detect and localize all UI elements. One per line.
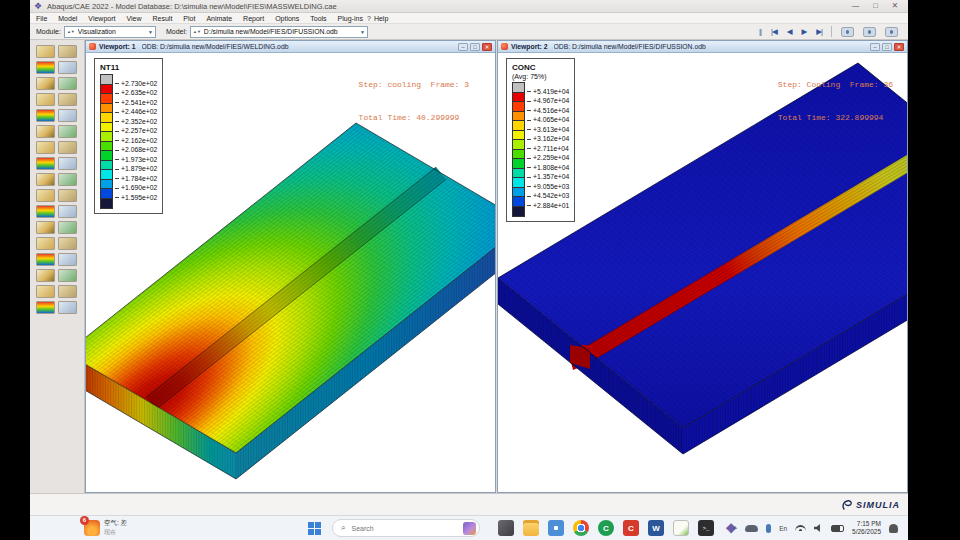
camera-icon[interactable]	[863, 27, 876, 37]
wifi-icon[interactable]	[795, 525, 806, 531]
spinner-icon[interactable]: ▲▼	[67, 30, 75, 33]
query-information-tool[interactable]	[36, 221, 55, 234]
next-frame-icon[interactable]: ▶	[802, 27, 807, 37]
plot-symbols-tool[interactable]	[36, 93, 55, 106]
menu-item[interactable]: File	[36, 15, 47, 22]
viewport-2-titlebar[interactable]: Viewport: 2 ODB: D:/simulia new/Model/FI…	[498, 41, 907, 53]
temperature-contour-plot[interactable]: NT11 +2.730e+02+2.635e+02+2.541e+02+2.44…	[86, 53, 495, 492]
operate-on-xy-data-tool[interactable]	[36, 253, 55, 266]
xy-plot-options-tool[interactable]	[58, 237, 77, 250]
last-frame-icon[interactable]: ▶|	[816, 27, 822, 37]
concentration-contour-plot[interactable]: CONC (Avg: 75%) +5.419e+04+4.967e+04+4.5…	[498, 53, 907, 492]
viewport-minimize-button[interactable]: –	[458, 43, 468, 51]
history-options-tool[interactable]	[58, 141, 77, 154]
spinner-icon[interactable]: ▲▼	[193, 30, 201, 33]
previous-frame-icon[interactable]: ◀	[787, 27, 792, 37]
camtasia-recorder-icon[interactable]: C	[623, 520, 639, 536]
animate-scale-factor-tool[interactable]	[36, 125, 55, 138]
file-explorer-icon[interactable]	[523, 520, 539, 536]
stream-plot-options-tool[interactable]	[58, 301, 77, 314]
movie-options-tool[interactable]	[58, 157, 77, 170]
chevron-down-icon[interactable]: ▼	[148, 29, 153, 35]
terminal-icon[interactable]: >_	[698, 520, 714, 536]
legend-color-swatch	[101, 104, 112, 114]
menu-item[interactable]: Report	[243, 15, 264, 22]
viewport-close-button[interactable]: ✕	[894, 43, 904, 51]
start-button[interactable]	[308, 522, 321, 535]
symbol-options-tool[interactable]	[58, 93, 77, 106]
free-body-cut-tool[interactable]	[36, 301, 55, 314]
viewport-minimize-button[interactable]: –	[870, 43, 880, 51]
viewport-icon	[89, 43, 96, 50]
search-input[interactable]	[349, 524, 459, 533]
plot-undeformed-shape-tool[interactable]	[36, 45, 55, 58]
menu-item[interactable]: Tools	[310, 15, 326, 22]
menu-item[interactable]: Model	[58, 15, 77, 22]
weather-widget[interactable]: 6 空气: 差 现在	[84, 519, 127, 537]
notification-bell-icon[interactable]	[889, 524, 898, 533]
close-button[interactable]: ✕	[892, 1, 898, 11]
plot-contours-tool[interactable]	[36, 77, 55, 90]
language-indicator-icon[interactable]: En	[779, 525, 787, 532]
menu-item[interactable]: Animate	[206, 15, 232, 22]
settings-icon[interactable]	[548, 520, 564, 536]
animate-harmonic-tool[interactable]	[36, 157, 55, 170]
menu-item[interactable]: Plot	[183, 15, 195, 22]
create-xy-data-tool[interactable]	[36, 237, 55, 250]
viewport-restore-button[interactable]: □	[882, 43, 892, 51]
task-view-icon[interactable]	[498, 520, 514, 536]
first-frame-icon[interactable]: |◀	[771, 27, 777, 37]
menu-item[interactable]: Help	[374, 15, 388, 22]
clock[interactable]: 7:15 PM 5/26/2025	[852, 520, 881, 536]
animation-options-tool[interactable]	[58, 125, 77, 138]
chevron-down-icon[interactable]: ▼	[360, 29, 365, 35]
xy-data-manager-tool[interactable]	[58, 253, 77, 266]
probe-values-tool[interactable]	[58, 221, 77, 234]
common-plot-options-tool[interactable]	[58, 45, 77, 58]
word-icon[interactable]: W	[648, 520, 664, 536]
animate-time-history-tool[interactable]	[36, 141, 55, 154]
display-group-manager-tool[interactable]	[58, 189, 77, 202]
battery-icon[interactable]	[831, 525, 844, 532]
path-manager-tool[interactable]	[58, 285, 77, 298]
menu-item[interactable]: Viewport	[88, 15, 115, 22]
menu-item[interactable]: Result	[153, 15, 173, 22]
text-editor-icon[interactable]	[673, 520, 689, 536]
context-help-icon[interactable]: ?	[367, 15, 371, 22]
menu-item[interactable]: View	[126, 15, 141, 22]
chrome-icon[interactable]	[573, 520, 589, 536]
legend-tick-label: +1.690e+02	[115, 183, 157, 193]
contour-options-tool[interactable]	[58, 77, 77, 90]
menu-item[interactable]: Options	[275, 15, 299, 22]
module-combo[interactable]: ▲▼ Visualization ▼	[64, 26, 156, 38]
allow-multiple-plot-states-tool[interactable]	[36, 173, 55, 186]
pause-icon[interactable]: ||	[759, 27, 761, 37]
viewport-close-button[interactable]: ✕	[482, 43, 492, 51]
view-cut-manager-tool[interactable]	[58, 269, 77, 282]
viewport-restore-button[interactable]: □	[470, 43, 480, 51]
superimpose-options-tool[interactable]	[58, 61, 77, 74]
color-code-dialog-tool[interactable]	[36, 205, 55, 218]
film-strip-icon[interactable]	[841, 27, 854, 37]
microphone-icon[interactable]	[766, 524, 771, 533]
video-camera-icon[interactable]	[885, 27, 898, 37]
activate-view-cut-tool[interactable]	[36, 269, 55, 282]
hidden-icons-chevron-icon[interactable]: ^	[733, 524, 737, 533]
maximize-button[interactable]: □	[873, 1, 878, 11]
taskbar-search[interactable]: ⌕	[332, 519, 480, 537]
volume-icon[interactable]	[814, 524, 823, 533]
viewport-1-titlebar[interactable]: Viewport: 1 ODB: D:/simulia new/Model/FI…	[86, 41, 495, 53]
plot-deformed-shape-tool[interactable]	[36, 61, 55, 74]
multiple-states-options-tool[interactable]	[58, 173, 77, 186]
minimize-button[interactable]: —	[852, 1, 860, 11]
create-display-group-tool[interactable]	[36, 189, 55, 202]
plot-material-orientations-tool[interactable]	[36, 109, 55, 122]
menu-item[interactable]: Plug-ins	[338, 15, 363, 22]
camtasia-icon[interactable]: C	[598, 520, 614, 536]
orientation-options-tool[interactable]	[58, 109, 77, 122]
legend-options-tool[interactable]	[58, 205, 77, 218]
search-highlight-image[interactable]	[463, 522, 476, 535]
model-combo[interactable]: ▲▼ D:/simulia new/Model/FIES/DIFUSSION.o…	[190, 26, 368, 38]
onedrive-cloud-icon[interactable]	[745, 525, 758, 532]
create-path-tool[interactable]	[36, 285, 55, 298]
